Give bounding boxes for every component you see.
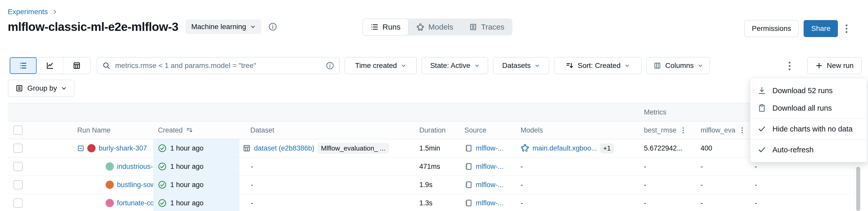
column-header-dataset[interactable]: Dataset — [243, 126, 274, 134]
experiment-type-dropdown[interactable]: Machine learning — [185, 20, 261, 34]
column-header-source[interactable]: Source — [464, 126, 487, 134]
table-row: bustling-sow-6... 1 hour ago - 1.9s mlfl… — [8, 176, 854, 194]
menu-item-download-filtered[interactable]: Download 52 runs — [750, 82, 867, 99]
source-link[interactable]: mlflow-... — [476, 144, 503, 152]
row-checkbox[interactable] — [13, 199, 23, 208]
notebook-icon — [464, 162, 473, 171]
tab-traces[interactable]: Traces — [461, 19, 513, 36]
created-value: 1 hour ago — [170, 144, 204, 152]
run-name-link[interactable]: industrious-du... — [117, 163, 153, 171]
duration-value: 1.9s — [419, 181, 432, 189]
time-created-filter[interactable]: Time created — [345, 57, 417, 74]
share-button[interactable]: Share — [804, 20, 838, 37]
group-by-icon — [16, 84, 23, 92]
menu-item-label: Auto-refresh — [772, 146, 814, 154]
page-title: mlflow-classic-ml-e2e-mlflow-3 — [8, 20, 178, 34]
tab-models-label: Models — [428, 23, 453, 31]
menu-item-auto-refresh[interactable]: Auto-refresh — [750, 141, 867, 159]
state-filter[interactable]: State: Active — [422, 57, 488, 74]
finished-status-icon — [158, 144, 167, 152]
finished-status-icon — [158, 162, 167, 171]
models-graph-icon — [416, 23, 424, 31]
chevron-down-icon — [535, 63, 540, 68]
row-checkbox[interactable] — [13, 180, 23, 189]
sort-button[interactable]: Sort: Created — [554, 57, 642, 74]
list-view-button[interactable] — [10, 58, 37, 74]
source-link[interactable]: mlflow-... — [476, 163, 503, 171]
created-value: 1 hour ago — [170, 181, 204, 189]
column-header-mlflow-eva[interactable]: mlflow_eva — [701, 126, 735, 134]
row-checkbox[interactable] — [13, 144, 23, 153]
column-header-best-rmse[interactable]: best_rmse — [644, 126, 676, 134]
search-info-icon[interactable] — [326, 62, 334, 70]
columns-button[interactable]: Columns — [647, 57, 710, 74]
datasets-filter-label: Datasets — [502, 62, 531, 70]
select-all-checkbox[interactable] — [13, 126, 23, 135]
models-empty: - — [521, 199, 523, 207]
chevron-down-icon — [61, 85, 67, 91]
registered-model-icon — [521, 144, 529, 152]
plus-icon — [815, 62, 823, 69]
datasets-filter[interactable]: Datasets — [493, 57, 549, 74]
column-header-duration[interactable]: Duration — [419, 126, 445, 134]
menu-item-label: Hide charts with no data — [772, 125, 852, 133]
state-filter-label: State: Active — [430, 62, 470, 70]
more-models-badge[interactable]: +1 — [600, 143, 614, 153]
dataset-link[interactable]: dataset (e2b8386b) — [254, 144, 314, 152]
new-run-button[interactable]: New run — [807, 57, 862, 74]
dataset-empty: - — [243, 199, 253, 207]
chart-view-button[interactable] — [37, 58, 63, 74]
created-value: 1 hour ago — [170, 163, 204, 171]
table-overflow-menu-icon[interactable] — [786, 59, 793, 73]
row-checkbox[interactable] — [13, 162, 23, 171]
tab-models[interactable]: Models — [408, 19, 461, 36]
model-link[interactable]: main.default.xgboo... — [532, 144, 597, 152]
finished-status-icon — [158, 180, 167, 189]
columns-icon — [653, 62, 661, 69]
mlflow-eva-value: - — [701, 163, 703, 171]
collapse-run-icon[interactable] — [77, 145, 84, 152]
permissions-button[interactable]: Permissions — [744, 20, 799, 37]
run-status-dot — [105, 199, 114, 207]
tab-runs[interactable]: Runs — [363, 19, 408, 36]
models-empty: - — [521, 181, 523, 189]
grid-view-button[interactable] — [63, 58, 90, 74]
dataset-empty: - — [243, 181, 253, 189]
vertical-scrollbar[interactable] — [856, 167, 860, 211]
table-row: fortunate-cod-... 1 hour ago - 1.3s mlfl… — [8, 194, 854, 211]
mlflow-eva-column-menu-icon[interactable] — [742, 127, 743, 133]
run-status-dot — [105, 162, 114, 171]
run-name-link[interactable]: burly-shark-307 — [99, 144, 147, 152]
finished-status-icon — [158, 199, 167, 207]
runs-list-icon — [371, 23, 378, 31]
table-header-row: Run Name Created Dataset Duration Source… — [8, 121, 854, 139]
grid-view-icon — [73, 62, 81, 70]
metrics-group-label: Metrics — [636, 108, 666, 116]
search-input[interactable] — [115, 61, 322, 70]
column-header-run-name[interactable]: Run Name — [77, 126, 111, 134]
chart-view-icon — [46, 62, 54, 70]
menu-item-hide-charts[interactable]: Hide charts with no data — [750, 120, 867, 138]
menu-item-download-all[interactable]: Download all runs — [750, 99, 867, 117]
source-link[interactable]: mlflow-... — [476, 199, 503, 207]
column-header-created[interactable]: Created — [158, 126, 183, 134]
run-status-dot — [87, 144, 96, 152]
info-icon[interactable] — [268, 23, 277, 31]
table-row: industrious-du... 1 hour ago - 471ms mlf… — [8, 157, 854, 176]
table-row: burly-shark-307 1 hour ago dataset (e2b8… — [8, 139, 854, 157]
group-by-button[interactable]: Group by — [8, 80, 74, 97]
best-rmse-value: 5.6722942... — [644, 144, 683, 152]
run-name-link[interactable]: fortunate-cod-... — [117, 199, 153, 207]
best-rmse-column-menu-icon[interactable] — [683, 127, 684, 133]
run-name-link[interactable]: bustling-sow-6... — [117, 181, 153, 189]
traces-list-icon — [469, 23, 477, 31]
check-icon — [757, 145, 766, 154]
column-header-models[interactable]: Models — [521, 126, 543, 134]
source-link[interactable]: mlflow-... — [476, 181, 503, 189]
experiment-page: Experiments mlflow-classic-ml-e2e-mlflow… — [0, 0, 868, 211]
notebook-icon — [464, 144, 473, 152]
breadcrumb-experiments-link[interactable]: Experiments — [8, 8, 48, 16]
title-row: mlflow-classic-ml-e2e-mlflow-3 Machine l… — [8, 20, 277, 34]
header-overflow-menu-icon[interactable] — [843, 22, 850, 36]
notebook-icon — [464, 199, 473, 207]
